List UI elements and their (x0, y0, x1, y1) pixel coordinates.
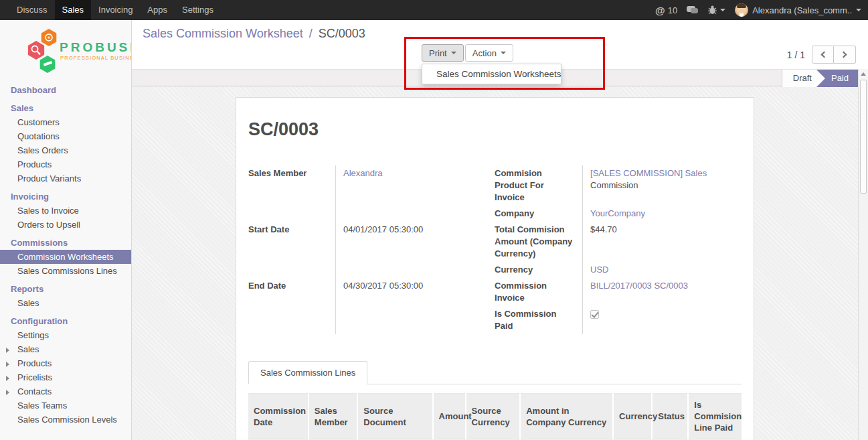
top-menu-sales[interactable]: Sales (55, 0, 92, 20)
sidebar-menu: Dashboard Sales Customers Quotations Sal… (0, 83, 131, 427)
control-panel: Sales Commission Worksheet / SC/0003 Pri… (132, 20, 868, 69)
sidebar-item-sales-orders[interactable]: Sales Orders (0, 143, 131, 157)
breadcrumb-separator: / (307, 27, 315, 40)
sidebar-heading-reports[interactable]: Reports (0, 282, 131, 296)
field-label-company: Company (495, 206, 582, 222)
sidebar-heading-dashboard[interactable]: Dashboard (0, 83, 131, 97)
field-value-start-date: 04/01/2017 05:30:00 (335, 222, 479, 278)
field-label-total-commission-amount: Total Commision Amount (Company Currency… (495, 222, 582, 262)
field-label-commission-product: Commision Product For Invoice (495, 165, 582, 206)
mentions-count: 10 (668, 5, 677, 15)
col-header-amount: Amount (433, 394, 466, 439)
sidebar-item-customers[interactable]: Customers (0, 115, 131, 129)
field-value-company[interactable]: YourCompany (590, 208, 645, 218)
col-header-source-currency: Source Currency (466, 394, 521, 439)
chevron-down-icon (720, 9, 725, 11)
field-label-start-date: Start Date (248, 222, 335, 278)
chevron-left-icon (820, 52, 827, 58)
print-button-label: Print (429, 48, 447, 58)
field-value-total-commission-amount: $44.70 (582, 222, 742, 262)
sidebar-item-sales-config[interactable]: Sales (0, 342, 131, 356)
col-header-amount-company-currency: Amount in Company Currency (520, 394, 613, 439)
sidebar-item-sales-commission-levels[interactable]: Sales Commission Levels (0, 413, 131, 427)
avatar (735, 3, 748, 17)
action-button-label: Action (472, 48, 497, 58)
vertical-scrollbar[interactable] (858, 69, 868, 440)
print-button[interactable]: Print (422, 44, 464, 62)
field-value-commission-product-rest: Commission (590, 180, 638, 190)
sidebar-heading-configuration[interactable]: Configuration (0, 314, 131, 328)
chevron-right-icon (841, 52, 847, 58)
sidebar-item-orders-to-upsell[interactable]: Orders to Upsell (0, 218, 131, 232)
field-label-currency: Currency (495, 262, 582, 278)
col-header-is-commission-line-paid: Is Commision Line Paid (688, 394, 742, 439)
col-header-status: Status (652, 394, 688, 439)
debug-menu[interactable] (707, 5, 725, 15)
sidebar-heading-commissions[interactable]: Commissions (0, 236, 131, 250)
top-menu-settings[interactable]: Settings (175, 0, 221, 20)
top-menu: Discuss Sales Invoicing Apps Settings (0, 0, 221, 20)
messages-icon[interactable] (687, 6, 698, 14)
table-header-row: Commission Date Sales Member Source Docu… (248, 394, 742, 439)
scroll-up-arrow-icon[interactable] (859, 69, 868, 79)
top-menu-discuss[interactable]: Discuss (9, 0, 55, 20)
tab-sales-commission-lines[interactable]: Sales Commission Lines (248, 361, 367, 384)
pager-count: 1 / 1 (787, 50, 805, 60)
pager-next-button[interactable] (834, 46, 856, 64)
col-header-commission-date: Commission Date (248, 394, 309, 439)
field-value-sales-member[interactable]: Alexandra (343, 168, 383, 178)
pager-previous-button[interactable] (812, 46, 834, 64)
form-fields: Sales Member Alexandra Start Date 04/01/… (248, 165, 742, 334)
is-commission-paid-checkbox[interactable] (590, 310, 599, 319)
scrollbar-thumb[interactable] (860, 80, 867, 194)
print-menu-item-sales-commission-worksheets[interactable]: Sales Commission Worksheets (422, 64, 561, 84)
chevron-down-icon (451, 52, 456, 54)
sidebar-item-sales-to-invoice[interactable]: Sales to Invoice (0, 204, 131, 218)
chevron-down-icon (856, 9, 861, 11)
print-dropdown-menu: Sales Commission Worksheets (422, 64, 561, 84)
sidebar-item-products[interactable]: Products (0, 157, 131, 171)
col-header-source-document: Source Document (357, 394, 432, 439)
col-header-sales-member: Sales Member (309, 394, 357, 439)
sidebar-item-sales-report[interactable]: Sales (0, 296, 131, 310)
sidebar-heading-invoicing[interactable]: Invoicing (0, 190, 131, 204)
sidebar-item-settings[interactable]: Settings (0, 328, 131, 342)
field-value-end-date: 04/30/2017 05:30:00 (335, 278, 479, 334)
form-sheet: SC/0003 Sales Member Alexandra Start Dat… (236, 97, 754, 440)
sidebar-item-commission-worksheets[interactable]: Commission Worksheets (0, 250, 131, 264)
breadcrumb-current: SC/0003 (319, 27, 365, 40)
at-icon: @ (655, 5, 665, 16)
logo-hexagon-magnifier (28, 41, 44, 60)
sidebar-item-products-config[interactable]: Products (0, 356, 131, 370)
sidebar: PROBUSE PROFESSIONAL BUSINESS Dashboard … (0, 20, 132, 440)
commission-lines-table: Commission Date Sales Member Source Docu… (248, 393, 742, 440)
sidebar-heading-sales[interactable]: Sales (0, 101, 131, 115)
field-value-commission-invoice[interactable]: BILL/2017/0003 SC/0003 (590, 281, 688, 291)
action-button[interactable]: Action (465, 44, 513, 62)
sidebar-item-product-variants[interactable]: Product Variants (0, 171, 131, 186)
sidebar-item-sales-commissions-lines[interactable]: Sales Commissions Lines (0, 264, 131, 278)
breadcrumb-parent-link[interactable]: Sales Commission Worksheet (143, 27, 303, 40)
sidebar-item-contacts[interactable]: Contacts (0, 384, 131, 398)
field-value-currency[interactable]: USD (590, 265, 608, 275)
status-step-draft[interactable]: Draft (782, 70, 825, 87)
user-menu[interactable]: Alexandra (Sales_comm.. (735, 3, 861, 17)
bug-icon (707, 5, 717, 15)
record-title: SC/0003 (248, 119, 742, 140)
logo-subtitle: PROFESSIONAL BUSINESS (60, 55, 131, 61)
chevron-down-icon (501, 52, 506, 54)
notebook: Sales Commission Lines Commission Date S… (248, 361, 742, 440)
user-name: Alexandra (Sales_comm.. (752, 5, 852, 15)
sidebar-item-pricelists[interactable]: Pricelists (0, 370, 131, 384)
field-value-commission-product-link[interactable]: [SALES COMMISSION] Sales (590, 168, 707, 178)
field-label-end-date: End Date (248, 278, 335, 334)
top-menu-apps[interactable]: Apps (140, 0, 175, 20)
company-logo: PROBUSE PROFESSIONAL BUSINESS (0, 20, 131, 79)
top-menu-invoicing[interactable]: Invoicing (91, 0, 140, 20)
top-navbar: Discuss Sales Invoicing Apps Settings @ … (0, 0, 868, 20)
action-buttons: Print Action (422, 44, 513, 62)
mentions-counter[interactable]: @ 10 (655, 5, 677, 16)
logo-title: PROBUSE (60, 40, 131, 54)
sidebar-item-sales-teams[interactable]: Sales Teams (0, 398, 131, 413)
sidebar-item-quotations[interactable]: Quotations (0, 129, 131, 143)
